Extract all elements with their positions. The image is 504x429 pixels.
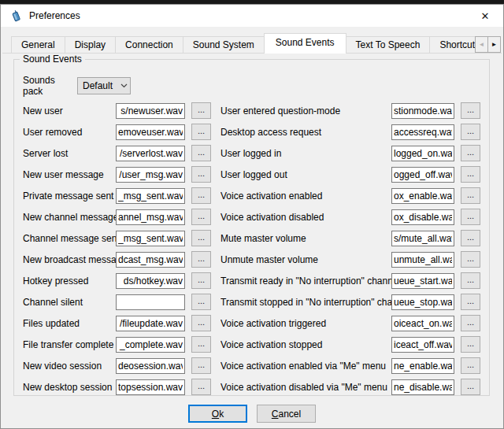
tab-bar: GeneralDisplayConnectionSound SystemSoun… [1, 33, 503, 54]
sound-event-row: New channel message...Voice activation d… [23, 206, 489, 227]
event-label: Desktop access request [220, 127, 391, 138]
sound-event-row: Private message sent...Voice activation … [23, 185, 489, 206]
browse-button[interactable]: ... [461, 336, 480, 353]
sound-file-input[interactable] [391, 188, 454, 204]
browse-button[interactable]: ... [461, 209, 480, 225]
ok-button[interactable]: Ok [188, 405, 247, 423]
browse-button[interactable]: ... [191, 272, 211, 289]
sound-file-input[interactable] [116, 188, 185, 204]
sound-file-input[interactable] [391, 209, 454, 225]
sound-event-row: New user message...User logged out... [23, 164, 489, 185]
browse-button[interactable]: ... [191, 315, 211, 331]
sound-file-input[interactable] [116, 103, 185, 119]
event-label: User logged out [220, 169, 391, 180]
event-label: New user [23, 105, 116, 116]
event-label: Hotkey pressed [23, 276, 116, 287]
event-label: Voice activation enabled via "Me" menu [220, 361, 391, 372]
chevron-down-icon [117, 83, 130, 88]
tab-sound-events[interactable]: Sound Events [264, 33, 346, 54]
sound-file-input[interactable] [116, 252, 185, 268]
browse-button[interactable]: ... [461, 357, 480, 374]
tab-general[interactable]: General [11, 36, 65, 53]
sound-event-row: New user...User entered question-mode... [23, 100, 489, 121]
cancel-button[interactable]: Cancel [257, 405, 316, 423]
sounds-pack-label: Sounds pack [23, 75, 77, 97]
sound-file-input[interactable] [116, 358, 185, 374]
browse-button[interactable]: ... [461, 379, 480, 395]
browse-button[interactable]: ... [461, 315, 480, 331]
sound-events-groupbox: Sound Events Sounds pack Default New use… [13, 59, 490, 396]
sound-event-row: Channel message sent...Mute master volum… [23, 227, 489, 249]
event-label: Private message sent [23, 190, 116, 202]
sound-file-input[interactable] [391, 379, 454, 395]
sound-file-input[interactable] [116, 146, 185, 161]
sound-event-row: File transfer complete...Voice activatio… [23, 334, 489, 355]
tab-text-to-speech[interactable]: Text To Speech [346, 36, 431, 53]
sound-file-input[interactable] [116, 294, 185, 310]
sound-file-input[interactable] [391, 231, 454, 246]
sound-file-input[interactable] [116, 209, 185, 225]
browse-button[interactable]: ... [191, 209, 211, 225]
event-label: Voice activation triggered [220, 318, 391, 329]
sound-file-input[interactable] [116, 379, 185, 395]
sound-file-input[interactable] [391, 124, 454, 140]
tab-display[interactable]: Display [65, 36, 116, 53]
preferences-dialog: Preferences ✕ GeneralDisplayConnectionSo… [0, 4, 504, 429]
sound-file-input[interactable] [116, 337, 185, 353]
browse-button[interactable]: ... [191, 145, 211, 161]
browse-button[interactable]: ... [191, 187, 211, 204]
titlebar: Preferences ✕ [1, 5, 503, 27]
browse-button[interactable]: ... [461, 230, 480, 246]
event-label: File transfer complete [23, 339, 116, 350]
browse-button[interactable]: ... [461, 124, 480, 140]
event-label: Transmit stopped in "No interruption" ch… [220, 297, 391, 308]
sound-file-input[interactable] [116, 316, 185, 331]
tab-connection[interactable]: Connection [115, 36, 183, 53]
browse-button[interactable]: ... [461, 187, 480, 204]
browse-button[interactable]: ... [461, 102, 480, 119]
sound-file-input[interactable] [391, 146, 454, 161]
browse-button[interactable]: ... [191, 294, 211, 310]
browse-button[interactable]: ... [191, 336, 211, 353]
browse-button[interactable]: ... [461, 272, 480, 289]
sound-file-input[interactable] [116, 124, 185, 140]
sound-event-row: Server lost...User logged in... [23, 142, 489, 164]
tab-scroll-right-button[interactable]: ► [487, 36, 501, 53]
browse-button[interactable]: ... [191, 379, 211, 395]
browse-button[interactable]: ... [191, 357, 211, 374]
sound-event-row: Files updated...Voice activation trigger… [23, 313, 489, 334]
event-label: User logged in [220, 148, 391, 159]
sound-file-input[interactable] [391, 167, 454, 183]
sound-file-input[interactable] [116, 273, 185, 289]
browse-button[interactable]: ... [191, 230, 211, 246]
browse-button[interactable]: ... [191, 124, 211, 140]
event-label: New user message [23, 169, 116, 180]
browse-button[interactable]: ... [461, 145, 480, 161]
sound-file-input[interactable] [391, 252, 454, 268]
tab-scroll-left-button[interactable]: ◄ [475, 36, 488, 53]
event-label: Voice activation disabled [220, 212, 391, 223]
sound-file-input[interactable] [391, 273, 454, 289]
sound-file-input[interactable] [391, 358, 454, 374]
browse-button[interactable]: ... [461, 294, 480, 310]
sound-event-row: User removed...Desktop access request... [23, 121, 489, 142]
sound-file-input[interactable] [116, 167, 185, 183]
browse-button[interactable]: ... [191, 102, 211, 119]
tab-list: GeneralDisplayConnectionSound SystemSoun… [11, 33, 475, 54]
tab-shortcuts[interactable]: Shortcuts [429, 36, 475, 53]
sound-file-input[interactable] [391, 337, 454, 353]
sound-file-input[interactable] [391, 316, 454, 331]
close-button[interactable]: ✕ [467, 5, 503, 27]
tab-sound-system[interactable]: Sound System [183, 36, 265, 53]
event-label: New desktop session [23, 382, 116, 393]
event-label: Channel message sent [23, 233, 116, 244]
sound-file-input[interactable] [391, 294, 454, 310]
browse-button[interactable]: ... [461, 251, 480, 268]
sounds-pack-select[interactable]: Default [77, 77, 131, 94]
browse-button[interactable]: ... [461, 166, 480, 183]
browse-button[interactable]: ... [191, 166, 211, 183]
sound-file-input[interactable] [391, 103, 454, 119]
browse-button[interactable]: ... [191, 251, 211, 268]
sound-file-input[interactable] [116, 231, 185, 246]
sound-event-row: New video session...Voice activation ena… [23, 355, 489, 376]
